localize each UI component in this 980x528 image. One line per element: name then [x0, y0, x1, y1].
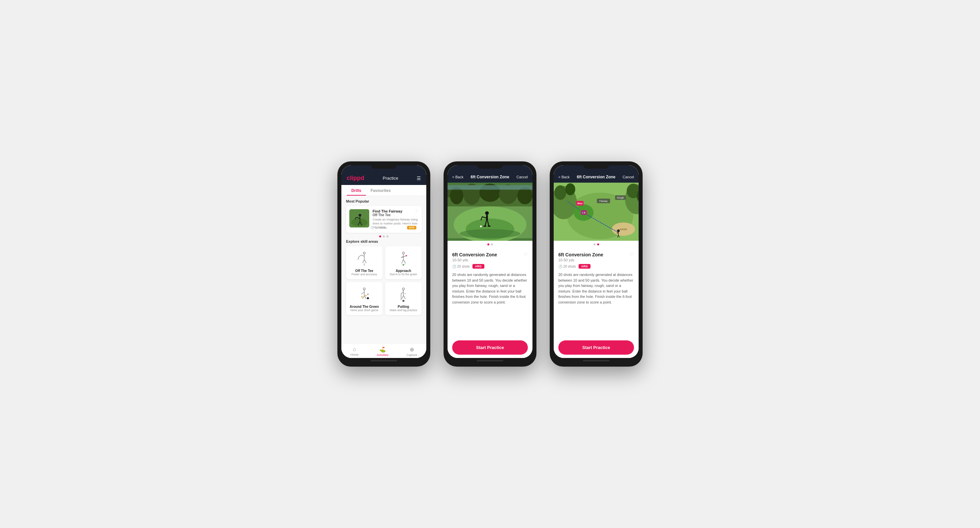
- skill-icon-around-green: [354, 285, 374, 303]
- notch-1: [371, 161, 397, 169]
- favourite-icon[interactable]: ♡: [415, 209, 418, 214]
- svg-point-61: [484, 225, 486, 227]
- svg-line-10: [361, 255, 364, 256]
- svg-point-24: [406, 255, 407, 256]
- svg-point-62: [488, 225, 491, 227]
- svg-line-27: [361, 292, 364, 294]
- start-practice-button-3[interactable]: Start Practice: [558, 340, 634, 355]
- start-practice-button-2[interactable]: Start Practice: [452, 340, 528, 355]
- svg-point-31: [361, 296, 363, 298]
- skill-icon-approach: [393, 249, 414, 268]
- cancel-button-3[interactable]: Cancel: [623, 175, 634, 179]
- svg-point-42: [404, 293, 406, 294]
- drill-thumb-image: [349, 209, 369, 228]
- svg-line-14: [358, 257, 359, 260]
- nav-capture[interactable]: ⊕ Capture: [407, 346, 417, 357]
- svg-point-25: [363, 288, 365, 290]
- cancel-button-2[interactable]: Cancel: [517, 175, 528, 179]
- drill-image-2: [447, 183, 533, 241]
- phone-2: < Back 6ft Conversion Zone Cancel: [444, 161, 536, 367]
- screen-2: < Back 6ft Conversion Zone Cancel: [447, 165, 533, 358]
- svg-point-39: [402, 300, 404, 302]
- nav-activities[interactable]: ⛳ Activities: [377, 346, 388, 357]
- drill-subtitle: Off The Tee: [372, 213, 418, 217]
- svg-point-43: [402, 290, 403, 291]
- app-logo: clippd: [347, 175, 364, 182]
- back-button-3[interactable]: < Back: [558, 175, 570, 179]
- svg-point-84: [617, 230, 620, 232]
- screen-1: clippd Practice ☰ Drills Favourites Most…: [341, 165, 426, 358]
- svg-point-30: [367, 297, 369, 299]
- svg-rect-52: [447, 185, 533, 190]
- detail-dots-3: [554, 241, 639, 248]
- svg-point-47: [450, 187, 463, 204]
- svg-line-11: [359, 255, 361, 257]
- drill-title-3: 6ft Conversion Zone: [558, 252, 603, 257]
- home-indicator-3: [583, 360, 609, 361]
- skill-approach[interactable]: Approach Dial-in to hit the green: [385, 246, 422, 279]
- skill-icon-off-tee: [354, 249, 374, 268]
- svg-point-90: [583, 212, 584, 213]
- svg-line-12: [363, 260, 364, 263]
- svg-point-17: [402, 252, 404, 254]
- drill-distance-2: 10-50 yds: [452, 258, 497, 262]
- svg-line-13: [364, 260, 366, 263]
- skill-name-3: Putting: [398, 305, 409, 308]
- svg-line-37: [402, 295, 403, 299]
- nav-home[interactable]: ⌂ Home: [350, 346, 358, 357]
- drill-tag: OTT: [407, 226, 416, 230]
- back-button-2[interactable]: < Back: [452, 175, 463, 179]
- drill-thumbnail: [349, 209, 369, 228]
- svg-point-41: [403, 295, 404, 297]
- explore-label: Explore skill areas: [346, 239, 422, 243]
- capture-icon: ⊕: [410, 346, 414, 353]
- most-popular-label: Most Popular: [346, 199, 422, 203]
- clock-icon-2: 🕐: [452, 265, 456, 268]
- dot-2: [383, 235, 385, 238]
- skill-desc-2: Hone your short game: [350, 308, 378, 312]
- main-content: Most Popular: [341, 196, 426, 343]
- svg-point-51: [517, 187, 533, 204]
- detail-info-3: 6ft Conversion Zone 10-50 yds ♡ 🕐 20 sho…: [554, 248, 639, 309]
- tab-favourites[interactable]: Favourites: [366, 185, 395, 196]
- tab-drills[interactable]: Drills: [347, 185, 366, 196]
- carousel-dots: [346, 235, 422, 238]
- favourite-icon-2[interactable]: ♡: [523, 252, 528, 257]
- detail-header-title-2: 6ft Conversion Zone: [471, 175, 509, 179]
- skill-name-2: Around The Green: [350, 305, 379, 308]
- detail-tag-2: ARG: [473, 264, 484, 269]
- svg-text:Fairway: Fairway: [600, 200, 608, 203]
- skill-off-tee[interactable]: Off The Tee Power and accuracy: [346, 246, 382, 279]
- header-title: Practice: [383, 175, 398, 181]
- drill-title: Find The Fairway: [372, 209, 418, 213]
- drill-distance-3: 10-50 yds: [558, 258, 603, 262]
- svg-line-22: [403, 260, 406, 263]
- favourite-icon-3[interactable]: ♡: [630, 252, 634, 257]
- detail-info-2: 6ft Conversion Zone 10-50 yds ♡ 🕐 20 sho…: [447, 248, 533, 309]
- home-icon: ⌂: [353, 346, 356, 353]
- detail-tag-3: ARG: [579, 264, 590, 269]
- nav-home-label: Home: [350, 353, 358, 356]
- skill-putting[interactable]: Putting Make and lag practice: [385, 282, 422, 315]
- featured-drill-card[interactable]: Find The Fairway Off The Tee Create an i…: [346, 206, 422, 233]
- svg-text:SAND: SAND: [620, 228, 627, 231]
- detail-meta-3: 🕐 20 shots ARG: [558, 264, 634, 269]
- svg-line-21: [402, 260, 403, 263]
- tab-bar: Drills Favourites: [341, 185, 426, 196]
- bottom-nav: ⌂ Home ⛳ Activities ⊕ Capture: [341, 343, 426, 358]
- skill-around-green[interactable]: Around The Green Hone your short game: [346, 282, 382, 315]
- hamburger-icon[interactable]: ☰: [417, 175, 421, 181]
- home-indicator-1: [371, 360, 397, 361]
- skill-desc-1: Dial-in to hit the green: [390, 273, 417, 276]
- skill-name-0: Off The Tee: [355, 269, 373, 273]
- nav-activities-label: Activities: [377, 353, 388, 357]
- detail-header-title-3: 6ft Conversion Zone: [577, 175, 616, 179]
- detail-dots-2: [447, 241, 533, 248]
- map-dot-2: [597, 243, 599, 246]
- map-dot-1: [593, 243, 595, 246]
- activities-icon: ⛳: [379, 346, 386, 353]
- skill-name-1: Approach: [396, 269, 411, 273]
- notch-3: [583, 161, 609, 169]
- nav-capture-label: Capture: [407, 353, 417, 357]
- svg-point-63: [480, 225, 482, 227]
